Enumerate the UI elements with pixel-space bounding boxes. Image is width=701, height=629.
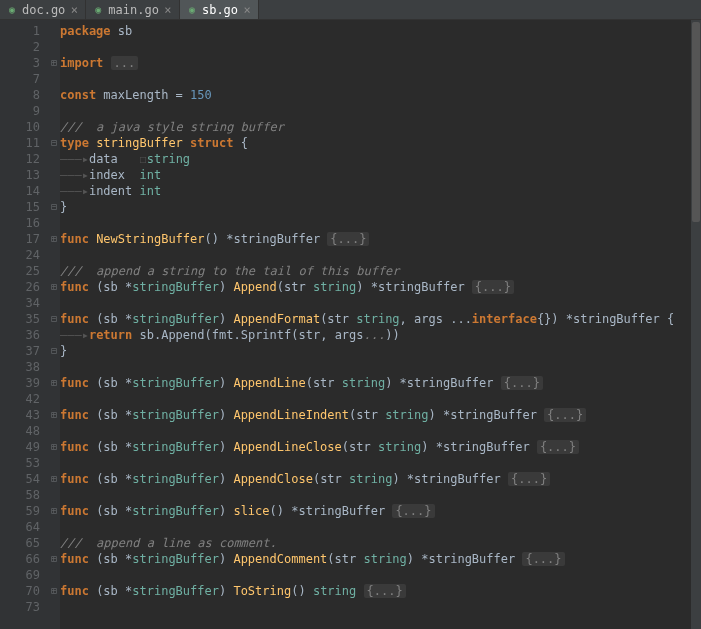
fold-none <box>48 247 60 263</box>
token-type: string <box>385 408 428 422</box>
fold-expand-icon[interactable]: ⊞ <box>48 471 60 487</box>
token-punct: (str <box>313 472 349 486</box>
token-kw: func <box>60 504 89 518</box>
token-cmt: /// append a line as comment. <box>60 536 277 550</box>
tab-main-go[interactable]: ◉main.go× <box>86 0 180 19</box>
code-line[interactable] <box>60 567 701 583</box>
token-folded: ... <box>111 56 139 70</box>
code-line[interactable]: func (sb *stringBuffer) AppendLineClose(… <box>60 439 701 455</box>
code-line[interactable]: func (sb *stringBuffer) slice() *stringB… <box>60 503 701 519</box>
line-number: 48 <box>0 423 44 439</box>
code-line[interactable]: /// append a line as comment. <box>60 535 701 551</box>
go-file-icon: ◉ <box>186 4 198 16</box>
code-line[interactable]: func (sb *stringBuffer) AppendComment(st… <box>60 551 701 567</box>
token-fn: AppendLine <box>233 376 305 390</box>
code-line[interactable]: ———▸indent int <box>60 183 701 199</box>
line-number: 34 <box>0 295 44 311</box>
token-type: stringBuffer <box>132 440 219 454</box>
line-number: 54 <box>0 471 44 487</box>
code-line[interactable]: } <box>60 199 701 215</box>
code-line[interactable]: ———▸index int <box>60 167 701 183</box>
token-kw: package <box>60 24 111 38</box>
tab-label: main.go <box>108 3 159 17</box>
fold-expand-icon[interactable]: ⊞ <box>48 551 60 567</box>
close-icon[interactable]: × <box>163 3 173 17</box>
code-line[interactable] <box>60 103 701 119</box>
fold-expand-icon[interactable]: ⊞ <box>48 55 60 71</box>
fold-expand-icon[interactable]: ⊞ <box>48 407 60 423</box>
code-line[interactable]: func NewStringBuffer() *stringBuffer {..… <box>60 231 701 247</box>
fold-collapse-icon[interactable]: ⊟ <box>48 343 60 359</box>
fold-collapse-icon[interactable]: ⊟ <box>48 311 60 327</box>
fold-expand-icon[interactable]: ⊞ <box>48 439 60 455</box>
fold-expand-icon[interactable]: ⊞ <box>48 231 60 247</box>
code-line[interactable] <box>60 215 701 231</box>
code-line[interactable] <box>60 359 701 375</box>
code-line[interactable] <box>60 519 701 535</box>
code-line[interactable]: /// a java style string buffer <box>60 119 701 135</box>
code-line[interactable] <box>60 247 701 263</box>
code-line[interactable]: ———▸return sb.Append(fmt.Sprintf(str, ar… <box>60 327 701 343</box>
code-line[interactable]: type stringBuffer struct { <box>60 135 701 151</box>
token-ws: ———▸ <box>60 152 89 166</box>
go-file-icon: ◉ <box>6 4 18 16</box>
token-ident: Sprintf <box>241 328 292 342</box>
editor-area: 1237891011121314151617242526343536373839… <box>0 20 701 629</box>
token-type: string <box>313 280 356 294</box>
fold-collapse-icon[interactable]: ⊟ <box>48 135 60 151</box>
token-punct: () *stringBuffer <box>205 232 328 246</box>
code-line[interactable] <box>60 71 701 87</box>
token-ident: fmt <box>212 328 234 342</box>
line-number: 14 <box>0 183 44 199</box>
fold-none <box>48 295 60 311</box>
code-line[interactable]: } <box>60 343 701 359</box>
token-punct: ) <box>219 408 233 422</box>
code-line[interactable]: func (sb *stringBuffer) Append(str strin… <box>60 279 701 295</box>
tab-sb-go[interactable]: ◉sb.go× <box>180 0 259 19</box>
scrollbar-thumb[interactable] <box>692 22 700 222</box>
tab-doc-go[interactable]: ◉doc.go× <box>0 0 86 19</box>
token-punct: ) <box>219 312 233 326</box>
code-line[interactable]: ———▸data ☐string <box>60 151 701 167</box>
tab-label: doc.go <box>22 3 65 17</box>
token-punct: ) <box>219 440 233 454</box>
code-line[interactable] <box>60 455 701 471</box>
code-line[interactable]: func (sb *stringBuffer) AppendLine(str s… <box>60 375 701 391</box>
fold-expand-icon[interactable]: ⊞ <box>48 503 60 519</box>
token-type: int <box>140 184 162 198</box>
fold-expand-icon[interactable]: ⊞ <box>48 583 60 599</box>
vertical-scrollbar[interactable] <box>691 20 701 629</box>
token-kw: func <box>60 376 89 390</box>
code-line[interactable]: const maxLength = 150 <box>60 87 701 103</box>
line-number: 36 <box>0 327 44 343</box>
code-line[interactable]: func (sb *stringBuffer) AppendFormat(str… <box>60 311 701 327</box>
token-punct: ) <box>219 584 233 598</box>
code-line[interactable]: /// append a string to the tail of this … <box>60 263 701 279</box>
token-ws: ———▸ <box>60 184 89 198</box>
code-line[interactable]: import ... <box>60 55 701 71</box>
code-area[interactable]: package sbimport ...const maxLength = 15… <box>60 20 701 629</box>
code-line[interactable] <box>60 391 701 407</box>
token-type: stringBuffer <box>132 584 219 598</box>
code-line[interactable] <box>60 39 701 55</box>
go-file-icon: ◉ <box>92 4 104 16</box>
code-line[interactable]: func (sb *stringBuffer) AppendClose(str … <box>60 471 701 487</box>
fold-expand-icon[interactable]: ⊞ <box>48 279 60 295</box>
fold-expand-icon[interactable]: ⊞ <box>48 375 60 391</box>
code-line[interactable]: package sb <box>60 23 701 39</box>
code-line[interactable]: func (sb *stringBuffer) AppendLineIndent… <box>60 407 701 423</box>
close-icon[interactable]: × <box>242 3 252 17</box>
code-line[interactable] <box>60 423 701 439</box>
code-line[interactable]: func (sb *stringBuffer) ToString() strin… <box>60 583 701 599</box>
token-punct: ( <box>205 328 212 342</box>
fold-collapse-icon[interactable]: ⊟ <box>48 199 60 215</box>
close-icon[interactable]: × <box>69 3 79 17</box>
fold-none <box>48 535 60 551</box>
code-line[interactable] <box>60 487 701 503</box>
fold-none <box>48 519 60 535</box>
code-line[interactable] <box>60 599 701 615</box>
token-punct: (str <box>320 312 356 326</box>
token-ws: ———▸ <box>60 168 89 182</box>
code-line[interactable] <box>60 295 701 311</box>
fold-none <box>48 167 60 183</box>
